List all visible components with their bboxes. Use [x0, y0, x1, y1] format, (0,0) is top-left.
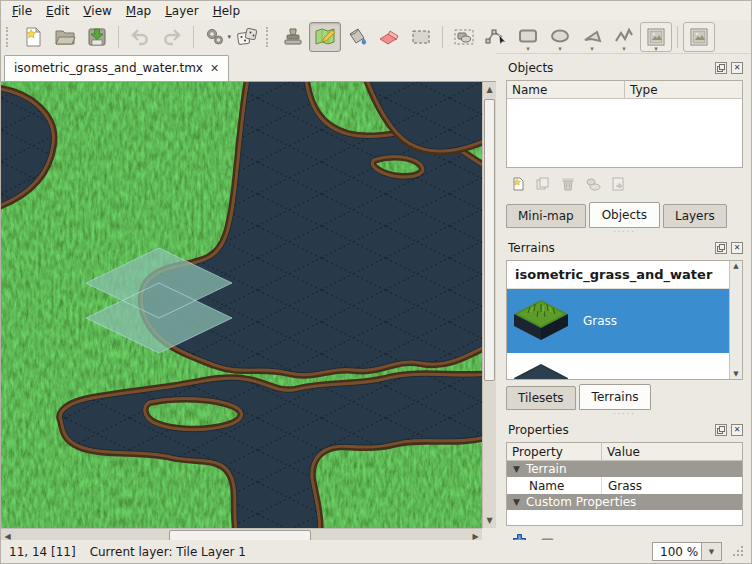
select-objects-icon: [452, 25, 476, 49]
float-panel-button[interactable]: [715, 424, 727, 436]
save-file-icon: [85, 25, 109, 49]
scroll-up-icon[interactable]: ▲: [730, 262, 742, 270]
close-panel-button[interactable]: ✕: [731, 62, 743, 74]
map-canvas[interactable]: [1, 82, 482, 528]
isometric-map: [1, 82, 482, 528]
bucket-fill-button[interactable]: [341, 22, 373, 52]
zoom-dropdown-button[interactable]: ▼: [702, 542, 722, 561]
insert-polygon-button[interactable]: ▾: [576, 22, 608, 52]
objects-list-empty[interactable]: [507, 99, 742, 167]
menu-file[interactable]: File: [5, 2, 39, 20]
toolbar-drag-handle[interactable]: [6, 27, 14, 47]
insert-polyline-button[interactable]: ▾: [608, 22, 640, 52]
zoom-input[interactable]: 100 %: [652, 542, 702, 561]
remove-objects-icon[interactable]: [560, 176, 576, 192]
new-file-button[interactable]: [17, 22, 49, 52]
property-row-name[interactable]: Name Grass: [507, 477, 742, 494]
edit-polygons-icon: [484, 25, 508, 49]
scroll-down-icon[interactable]: ▼: [483, 514, 496, 527]
properties-column-value[interactable]: Value: [602, 445, 742, 459]
close-panel-button[interactable]: ✕: [731, 242, 743, 254]
stamp-brush-button[interactable]: [277, 22, 309, 52]
objects-column-name[interactable]: Name: [507, 81, 625, 98]
menu-layer[interactable]: Layer: [158, 2, 205, 20]
object-properties-icon[interactable]: [610, 176, 626, 192]
tab-objects[interactable]: Objects: [589, 202, 660, 228]
objects-table: Name Type: [506, 80, 743, 168]
toolbar-separator: [193, 26, 194, 48]
right-dock: Objects ✕ Name Type Mini-map Obje: [500, 53, 751, 540]
collapse-arrow-icon[interactable]: ▼: [513, 497, 520, 507]
remove-property-button[interactable]: [540, 533, 555, 540]
insert-rectangle-button[interactable]: ▾: [512, 22, 544, 52]
terrains-panel-title: Terrains ✕: [508, 239, 743, 257]
property-value-cell[interactable]: Grass: [602, 479, 742, 493]
execute-commands-icon: [203, 25, 227, 49]
scroll-down-icon[interactable]: ▼: [730, 370, 742, 378]
random-mode-button[interactable]: [231, 22, 263, 52]
close-panel-button[interactable]: ✕: [731, 424, 743, 436]
menu-edit[interactable]: Edit: [39, 2, 76, 20]
properties-table-header: Property Value: [507, 443, 742, 461]
select-objects-button[interactable]: [448, 22, 480, 52]
toolbar-drag-handle[interactable]: [266, 27, 274, 47]
properties-column-property[interactable]: Property: [507, 443, 602, 460]
tiled-window: File Edit View Map Layer Help ▾ ▾ ▾ ▾ ▾ …: [0, 0, 752, 564]
dropdown-arrow-icon: ▾: [526, 46, 530, 53]
save-file-button[interactable]: [81, 22, 113, 52]
terrains-scrollbar[interactable]: ▲ ▼: [729, 261, 742, 379]
eraser-icon: [377, 25, 401, 49]
property-group-custom[interactable]: ▼ Custom Properties: [507, 494, 742, 510]
terrain-item-label: Grass: [583, 314, 617, 328]
rectangular-select-button[interactable]: [405, 22, 437, 52]
terrain-brush-button[interactable]: [309, 22, 341, 52]
insert-image-button[interactable]: [683, 22, 715, 52]
property-name-cell: Name: [507, 477, 602, 494]
redo-button[interactable]: [156, 22, 188, 52]
execute-commands-button[interactable]: ▾: [199, 22, 231, 52]
document-tab-label: isometric_grass_and_water.tmx: [14, 61, 203, 75]
tab-tilesets[interactable]: Tilesets: [506, 386, 576, 410]
objects-column-type[interactable]: Type: [625, 83, 742, 97]
resize-grip[interactable]: [732, 545, 745, 558]
insert-ellipse-button[interactable]: ▾: [544, 22, 576, 52]
edit-polygons-button[interactable]: [480, 22, 512, 52]
property-group-label: Terrain: [526, 462, 567, 476]
float-panel-button[interactable]: [715, 62, 727, 74]
terrains-panel-title-label: Terrains: [508, 241, 711, 255]
dock-resize-handle[interactable]: ·····: [506, 410, 743, 419]
tileset-group-header[interactable]: isometric_grass_and_water: [507, 261, 729, 289]
tab-layers[interactable]: Layers: [663, 204, 727, 228]
new-object-icon[interactable]: [510, 176, 526, 192]
bucket-fill-icon: [345, 25, 369, 49]
canvas-vertical-scrollbar[interactable]: ▲ ▼: [482, 82, 496, 528]
open-file-button[interactable]: [49, 22, 81, 52]
document-tab[interactable]: isometric_grass_and_water.tmx ✕: [4, 55, 229, 81]
tab-terrains[interactable]: Terrains: [579, 384, 652, 410]
menu-help[interactable]: Help: [206, 2, 247, 20]
eraser-button[interactable]: [373, 22, 405, 52]
main-area: isometric_grass_and_water.tmx ✕: [1, 53, 751, 540]
dropdown-arrow-icon: ▾: [558, 46, 562, 53]
rectangular-select-icon: [409, 25, 433, 49]
property-group-terrain[interactable]: ▼ Terrain: [507, 461, 742, 477]
move-objects-icon[interactable]: [585, 176, 601, 192]
tab-close-icon[interactable]: ✕: [210, 62, 219, 75]
float-panel-button[interactable]: [715, 242, 727, 254]
vertical-scroll-thumb[interactable]: [484, 99, 495, 381]
duplicate-objects-icon[interactable]: [535, 176, 551, 192]
insert-tile-button[interactable]: ▾: [640, 22, 672, 52]
dock-resize-handle[interactable]: ·····: [506, 228, 743, 237]
terrain-item-water[interactable]: Water: [507, 353, 729, 380]
new-file-icon: [21, 25, 45, 49]
menu-map[interactable]: Map: [119, 2, 158, 20]
undo-button[interactable]: [124, 22, 156, 52]
menu-view[interactable]: View: [76, 2, 118, 20]
add-property-button[interactable]: [512, 533, 527, 540]
terrain-item-grass[interactable]: Grass: [507, 289, 729, 353]
scroll-up-icon[interactable]: ▲: [483, 83, 496, 96]
tab-mini-map[interactable]: Mini-map: [506, 204, 586, 228]
dock-tab-bar-bottom: Tilesets Terrains: [506, 384, 743, 410]
collapse-arrow-icon[interactable]: ▼: [513, 464, 520, 474]
status-bar: 11, 14 [11] Current layer: Tile Layer 1 …: [1, 540, 751, 563]
